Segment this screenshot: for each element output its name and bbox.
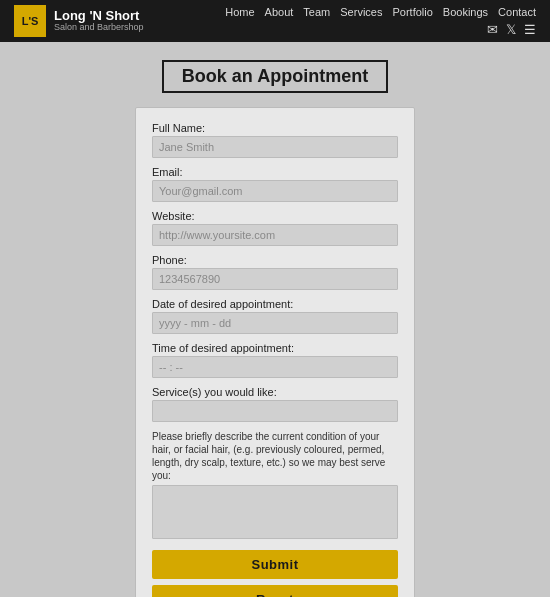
description-textarea[interactable] — [152, 485, 398, 539]
nav-about[interactable]: About — [265, 6, 294, 18]
date-label: Date of desired appointment: — [152, 298, 398, 310]
email-label: Email: — [152, 166, 398, 178]
twitter-icon[interactable]: 𝕏 — [506, 22, 516, 37]
submit-button[interactable]: Submit — [152, 550, 398, 579]
service-group: Service(s) you would like: — [152, 386, 398, 422]
reset-button[interactable]: Reset — [152, 585, 398, 597]
phone-label: Phone: — [152, 254, 398, 266]
email-group: Email: — [152, 166, 398, 202]
website-group: Website: — [152, 210, 398, 246]
website-label: Website: — [152, 210, 398, 222]
logo: L'S Long 'N Short Salon and Barbershop — [14, 5, 144, 37]
email-icon[interactable]: ✉ — [487, 22, 498, 37]
appointment-form: Full Name: Email: Website: Phone: Date o… — [152, 122, 398, 597]
time-input[interactable] — [152, 356, 398, 378]
nav-home[interactable]: Home — [225, 6, 254, 18]
full-name-group: Full Name: — [152, 122, 398, 158]
full-name-input[interactable] — [152, 136, 398, 158]
header-social-icons: ✉ 𝕏 ☰ — [487, 22, 536, 37]
header: L'S Long 'N Short Salon and Barbershop H… — [0, 0, 550, 42]
nav-bookings[interactable]: Bookings — [443, 6, 488, 18]
service-label: Service(s) you would like: — [152, 386, 398, 398]
page-title: Book an Appointment — [162, 60, 388, 93]
logo-text: Long 'N Short Salon and Barbershop — [54, 9, 144, 33]
email-input[interactable] — [152, 180, 398, 202]
description-group: Please briefly describe the current cond… — [152, 430, 398, 542]
menu-icon[interactable]: ☰ — [524, 22, 536, 37]
logo-name: Long 'N Short — [54, 9, 144, 23]
service-input[interactable] — [152, 400, 398, 422]
nav-services[interactable]: Services — [340, 6, 382, 18]
main-nav: Home About Team Services Portfolio Booki… — [225, 6, 536, 18]
nav-contact[interactable]: Contact — [498, 6, 536, 18]
description-label: Please briefly describe the current cond… — [152, 430, 398, 482]
nav-area: Home About Team Services Portfolio Booki… — [225, 6, 536, 37]
page-title-section: Book an Appointment — [0, 42, 550, 107]
time-label: Time of desired appointment: — [152, 342, 398, 354]
phone-input[interactable] — [152, 268, 398, 290]
nav-team[interactable]: Team — [303, 6, 330, 18]
date-group: Date of desired appointment: — [152, 298, 398, 334]
nav-portfolio[interactable]: Portfolio — [392, 6, 432, 18]
date-input[interactable] — [152, 312, 398, 334]
website-input[interactable] — [152, 224, 398, 246]
full-name-label: Full Name: — [152, 122, 398, 134]
appointment-form-card: Full Name: Email: Website: Phone: Date o… — [135, 107, 415, 597]
logo-icon: L'S — [14, 5, 46, 37]
logo-subtitle: Salon and Barbershop — [54, 23, 144, 33]
time-group: Time of desired appointment: — [152, 342, 398, 378]
phone-group: Phone: — [152, 254, 398, 290]
